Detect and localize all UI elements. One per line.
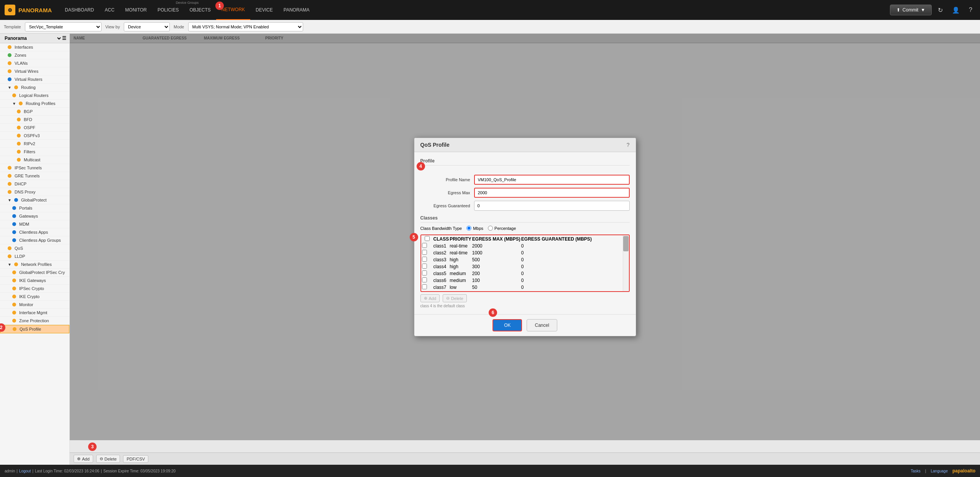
sidebar-item-interface-mgmt[interactable]: Interface Mgmt: [0, 309, 69, 317]
sidebar-item-ipsec-crypto[interactable]: IPSec Crypto: [0, 285, 69, 293]
table-note: class 4 is the default class: [420, 304, 630, 308]
sidebar-item-ike-crypto[interactable]: IKE Crypto: [0, 293, 69, 301]
add-button[interactable]: ⊕ Add: [74, 455, 93, 463]
user-icon[interactable]: 👤: [949, 5, 963, 15]
table-delete-button[interactable]: ⊖ Delete: [443, 294, 467, 302]
table-row[interactable]: class3 high 500 0: [422, 257, 592, 263]
dns-proxy-icon: [8, 190, 11, 194]
sidebar-item-gre-tunnels[interactable]: GRE Tunnels: [0, 172, 69, 180]
sidebar-item-dns-proxy[interactable]: DNS Proxy: [0, 188, 69, 196]
percentage-radio-label[interactable]: Percentage: [488, 226, 516, 231]
sidebar-item-bgp[interactable]: BGP: [0, 108, 69, 116]
template-select[interactable]: SecVpc_Template: [25, 22, 102, 31]
sidebar-item-network-profiles[interactable]: ▼ Network Profiles: [0, 261, 69, 269]
row-checkbox[interactable]: [422, 270, 427, 275]
select-all-checkbox[interactable]: [425, 236, 430, 241]
sidebar-item-bfd[interactable]: BFD: [0, 116, 69, 124]
sidebar-item-clientless-apps[interactable]: Clientless Apps: [0, 228, 69, 236]
sidebar-item-qos[interactable]: QoS: [0, 244, 69, 252]
mode-select[interactable]: Multi VSYS; Normal Mode; VPN Enabled: [188, 22, 303, 31]
sidebar-item-virtual-routers[interactable]: Virtual Routers: [0, 75, 69, 84]
clientless-app-groups-icon: [12, 238, 16, 242]
status-bar-right: Tasks | Language papaloalto: [911, 468, 975, 474]
ospfv3-icon: [17, 134, 21, 138]
row-checkbox[interactable]: [422, 277, 427, 282]
table-scrollbar[interactable]: [623, 235, 629, 291]
sidebar-item-ospfv3[interactable]: OSPFv3: [0, 132, 69, 140]
sidebar-item-routing-profiles[interactable]: ▼ Routing Profiles: [0, 100, 69, 108]
session-expire-text: Session Expire Time: 03/05/2023 19:09:20: [103, 469, 176, 473]
sidebar-item-mdm[interactable]: MDM: [0, 220, 69, 228]
sidebar-item-globalprotect-ipsec[interactable]: GlobalProtect IPSec Cry: [0, 269, 69, 277]
cancel-button[interactable]: Cancel: [527, 319, 557, 331]
sidebar-item-portals[interactable]: Portals: [0, 204, 69, 212]
viewby-select[interactable]: Device: [124, 22, 170, 31]
commit-button[interactable]: ⬆ Commit ▼: [890, 5, 932, 15]
profile-name-input[interactable]: [474, 175, 630, 185]
nav-acc[interactable]: ACC: [99, 0, 120, 20]
mbps-radio-label[interactable]: Mbps: [466, 226, 483, 231]
clientless-apps-label: Clientless Apps: [19, 230, 48, 234]
nav-device[interactable]: DEVICE: [250, 0, 278, 20]
row-checkbox[interactable]: [422, 243, 427, 248]
table-row[interactable]: class5 medium 200 0: [422, 270, 592, 277]
table-row[interactable]: class7 low 50 0: [422, 284, 592, 290]
sidebar-item-qos-profile[interactable]: QoS Profile: [0, 325, 69, 333]
class-cell: class4: [433, 264, 449, 270]
table-row[interactable]: class6 medium 100 0: [422, 277, 592, 284]
mbps-radio[interactable]: [466, 226, 471, 231]
nav-panorama[interactable]: PANORAMA: [278, 0, 315, 20]
logout-link[interactable]: Logout: [19, 469, 31, 473]
interfaces-icon: [8, 45, 11, 49]
sidebar-item-ripv2[interactable]: RIPv2: [0, 140, 69, 148]
delete-button[interactable]: ⊖ Delete: [96, 455, 120, 463]
nav-dashboard[interactable]: DASHBOARD: [59, 0, 99, 20]
egress-max-input[interactable]: [474, 188, 630, 198]
badge-4: 4: [417, 162, 425, 170]
sidebar-item-dhcp[interactable]: DHCP: [0, 180, 69, 188]
sidebar-item-logical-routers[interactable]: Logical Routers: [0, 92, 69, 100]
modal-help-icon[interactable]: ?: [627, 142, 630, 148]
table-add-button[interactable]: ⊕ Add: [420, 294, 440, 302]
sidebar-item-monitor[interactable]: Monitor: [0, 301, 69, 309]
pdf-csv-button[interactable]: PDF/CSV: [123, 455, 148, 463]
sidebar-item-ike-gateways[interactable]: IKE Gateways: [0, 277, 69, 285]
sidebar-item-vlans[interactable]: VLANs: [0, 59, 69, 67]
sidebar-item-virtual-wires[interactable]: Virtual Wires: [0, 67, 69, 75]
class-cell: class6: [433, 277, 449, 284]
language-link[interactable]: Language: [931, 469, 948, 473]
panorama-dropdown[interactable]: Panorama: [3, 35, 62, 41]
table-row[interactable]: class2 real-time 1000 0: [422, 250, 592, 256]
template-label: Template: [4, 25, 21, 29]
sidebar-item-routing[interactable]: ▼ Routing: [0, 84, 69, 92]
sidebar-item-zone-protection[interactable]: Zone Protection: [0, 317, 69, 325]
table-row[interactable]: class1 real-time 2000 0: [422, 243, 592, 249]
sidebar-toggle-icon[interactable]: ☰: [62, 36, 66, 41]
table-row[interactable]: class4 high 300 0: [422, 264, 592, 270]
row-checkbox[interactable]: [422, 284, 427, 289]
help-icon[interactable]: ?: [966, 5, 975, 15]
percentage-radio[interactable]: [488, 226, 493, 231]
row-checkbox[interactable]: [422, 264, 427, 269]
ok-button[interactable]: OK: [492, 319, 522, 331]
sidebar-item-zones[interactable]: Zones: [0, 51, 69, 59]
sidebar-item-multicast[interactable]: Multicast: [0, 156, 69, 164]
nav-policies[interactable]: POLICIES: [152, 0, 184, 20]
sidebar-item-filters[interactable]: Filters: [0, 148, 69, 156]
sidebar-item-lldp[interactable]: LLDP: [0, 252, 69, 261]
sidebar-item-globalprotect[interactable]: ▼ GlobalProtect: [0, 196, 69, 204]
sidebar-item-clientless-app-groups[interactable]: Clientless App Groups: [0, 236, 69, 244]
sidebar-item-ipsec-tunnels[interactable]: IPSec Tunnels: [0, 164, 69, 172]
sidebar-item-interfaces[interactable]: Interfaces: [0, 43, 69, 51]
sidebar-item-gateways[interactable]: Gateways: [0, 212, 69, 220]
refresh-icon[interactable]: ↻: [935, 5, 946, 15]
nav-monitor[interactable]: MONITOR: [120, 0, 152, 20]
egress-guaranteed-input[interactable]: [474, 201, 630, 211]
sidebar-item-ospf[interactable]: OSPF: [0, 124, 69, 132]
tasks-link[interactable]: Tasks: [911, 469, 921, 473]
clientless-app-groups-label: Clientless App Groups: [19, 238, 61, 243]
row-checkbox[interactable]: [422, 257, 427, 262]
nav-objects[interactable]: OBJECTS: [184, 0, 216, 20]
row-checkbox[interactable]: [422, 250, 427, 255]
top-navigation: ⊕ PANORAMA Device Groups DASHBOARD ACC M…: [0, 0, 980, 20]
